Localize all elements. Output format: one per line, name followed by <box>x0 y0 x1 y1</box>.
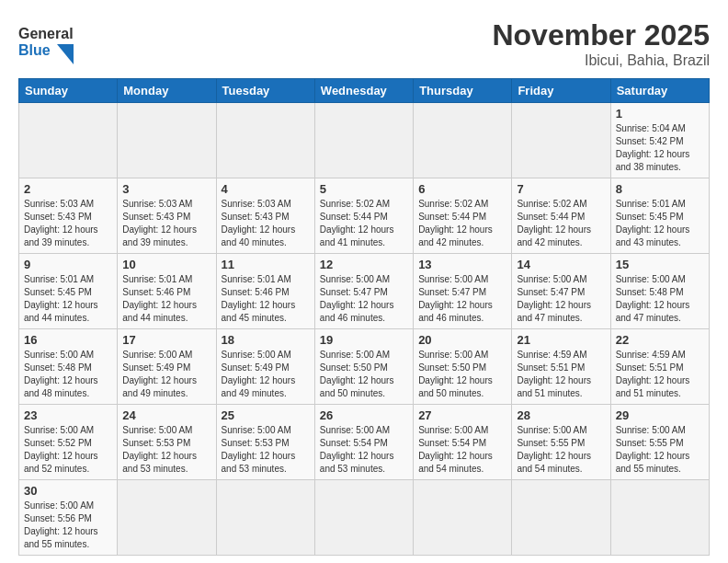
calendar-cell: 9Sunrise: 5:01 AM Sunset: 5:45 PM Daylig… <box>19 254 118 329</box>
calendar-cell <box>216 103 314 178</box>
day-info: Sunrise: 5:04 AM Sunset: 5:42 PM Dayligh… <box>616 122 704 174</box>
calendar-cell: 16Sunrise: 5:00 AM Sunset: 5:48 PM Dayli… <box>19 329 118 405</box>
day-number: 16 <box>24 333 112 347</box>
calendar-cell: 18Sunrise: 5:00 AM Sunset: 5:49 PM Dayli… <box>216 329 314 405</box>
day-info: Sunrise: 5:00 AM Sunset: 5:49 PM Dayligh… <box>222 349 310 400</box>
day-number: 27 <box>418 408 506 422</box>
day-number: 12 <box>320 258 408 271</box>
day-number: 23 <box>24 408 112 422</box>
day-number: 5 <box>320 182 408 196</box>
month-title: November 2025 <box>492 18 710 52</box>
calendar-cell: 21Sunrise: 4:59 AM Sunset: 5:51 PM Dayli… <box>512 329 610 405</box>
calendar-cell: 5Sunrise: 5:02 AM Sunset: 5:44 PM Daylig… <box>314 178 413 254</box>
day-number: 1 <box>616 107 704 121</box>
calendar-cell: 25Sunrise: 5:00 AM Sunset: 5:53 PM Dayli… <box>216 405 314 480</box>
day-number: 26 <box>320 408 408 422</box>
calendar-cell: 24Sunrise: 5:00 AM Sunset: 5:53 PM Dayli… <box>118 405 216 480</box>
day-number: 20 <box>418 333 506 347</box>
day-number: 2 <box>24 182 112 196</box>
day-number: 30 <box>24 484 112 498</box>
calendar-cell <box>512 480 610 556</box>
calendar-cell: 8Sunrise: 5:01 AM Sunset: 5:45 PM Daylig… <box>610 178 709 254</box>
calendar-cell: 3Sunrise: 5:03 AM Sunset: 5:43 PM Daylig… <box>118 178 216 254</box>
location: Ibicui, Bahia, Brazil <box>492 52 710 69</box>
day-number: 11 <box>222 258 310 271</box>
calendar-cell: 17Sunrise: 5:00 AM Sunset: 5:49 PM Dayli… <box>118 329 216 405</box>
day-info: Sunrise: 5:00 AM Sunset: 5:55 PM Dayligh… <box>616 424 704 476</box>
day-number: 19 <box>320 333 408 347</box>
day-number: 8 <box>616 182 704 196</box>
day-info: Sunrise: 5:00 AM Sunset: 5:54 PM Dayligh… <box>320 424 408 476</box>
weekday-header-friday: Friday <box>512 79 610 103</box>
day-info: Sunrise: 5:00 AM Sunset: 5:53 PM Dayligh… <box>122 424 210 476</box>
day-number: 10 <box>122 258 210 271</box>
calendar-cell: 2Sunrise: 5:03 AM Sunset: 5:43 PM Daylig… <box>19 178 118 254</box>
day-info: Sunrise: 5:00 AM Sunset: 5:50 PM Dayligh… <box>320 349 408 400</box>
day-number: 14 <box>517 258 605 271</box>
day-number: 3 <box>122 182 210 196</box>
day-number: 17 <box>122 333 210 347</box>
calendar-cell: 12Sunrise: 5:00 AM Sunset: 5:47 PM Dayli… <box>314 254 413 329</box>
svg-text:General: General <box>18 26 74 41</box>
calendar-cell: 15Sunrise: 5:00 AM Sunset: 5:48 PM Dayli… <box>610 254 709 329</box>
calendar-cell: 26Sunrise: 5:00 AM Sunset: 5:54 PM Dayli… <box>314 405 413 480</box>
day-info: Sunrise: 4:59 AM Sunset: 5:51 PM Dayligh… <box>517 349 605 400</box>
calendar-cell: 30Sunrise: 5:00 AM Sunset: 5:56 PM Dayli… <box>19 480 118 556</box>
day-info: Sunrise: 5:03 AM Sunset: 5:43 PM Dayligh… <box>24 198 112 249</box>
weekday-header-saturday: Saturday <box>610 79 709 103</box>
day-info: Sunrise: 5:00 AM Sunset: 5:54 PM Dayligh… <box>418 424 506 476</box>
day-number: 13 <box>418 258 506 271</box>
day-info: Sunrise: 5:00 AM Sunset: 5:47 PM Dayligh… <box>418 273 506 325</box>
day-info: Sunrise: 5:01 AM Sunset: 5:45 PM Dayligh… <box>24 273 112 325</box>
calendar-week-2: 2Sunrise: 5:03 AM Sunset: 5:43 PM Daylig… <box>19 178 710 254</box>
day-info: Sunrise: 5:01 AM Sunset: 5:45 PM Dayligh… <box>616 198 704 249</box>
logo: General Blue <box>18 18 83 69</box>
day-info: Sunrise: 5:01 AM Sunset: 5:46 PM Dayligh… <box>122 273 210 325</box>
day-number: 28 <box>517 408 605 422</box>
calendar-week-1: 1Sunrise: 5:04 AM Sunset: 5:42 PM Daylig… <box>19 103 710 178</box>
calendar-cell: 4Sunrise: 5:03 AM Sunset: 5:43 PM Daylig… <box>216 178 314 254</box>
day-info: Sunrise: 5:00 AM Sunset: 5:55 PM Dayligh… <box>517 424 605 476</box>
calendar-cell <box>314 480 413 556</box>
weekday-header-row: SundayMondayTuesdayWednesdayThursdayFrid… <box>19 79 710 103</box>
calendar-cell <box>216 480 314 556</box>
calendar-cell: 27Sunrise: 5:00 AM Sunset: 5:54 PM Dayli… <box>414 405 512 480</box>
day-number: 18 <box>222 333 310 347</box>
day-info: Sunrise: 5:00 AM Sunset: 5:48 PM Dayligh… <box>24 349 112 400</box>
calendar-cell <box>512 103 610 178</box>
day-number: 21 <box>517 333 605 347</box>
day-info: Sunrise: 5:03 AM Sunset: 5:43 PM Dayligh… <box>122 198 210 249</box>
calendar-cell <box>610 480 709 556</box>
day-info: Sunrise: 5:03 AM Sunset: 5:43 PM Dayligh… <box>222 198 310 249</box>
weekday-header-tuesday: Tuesday <box>216 79 314 103</box>
day-number: 29 <box>616 408 704 422</box>
calendar-cell: 14Sunrise: 5:00 AM Sunset: 5:47 PM Dayli… <box>512 254 610 329</box>
day-number: 24 <box>122 408 210 422</box>
day-number: 4 <box>222 182 310 196</box>
calendar-cell: 19Sunrise: 5:00 AM Sunset: 5:50 PM Dayli… <box>314 329 413 405</box>
calendar-cell: 23Sunrise: 5:00 AM Sunset: 5:52 PM Dayli… <box>19 405 118 480</box>
day-number: 15 <box>616 258 704 271</box>
svg-text:Blue: Blue <box>18 42 51 58</box>
calendar-cell: 6Sunrise: 5:02 AM Sunset: 5:44 PM Daylig… <box>414 178 512 254</box>
day-info: Sunrise: 5:02 AM Sunset: 5:44 PM Dayligh… <box>418 198 506 249</box>
calendar-cell <box>118 103 216 178</box>
day-info: Sunrise: 5:00 AM Sunset: 5:52 PM Dayligh… <box>24 424 112 476</box>
day-info: Sunrise: 5:02 AM Sunset: 5:44 PM Dayligh… <box>320 198 408 249</box>
day-number: 6 <box>418 182 506 196</box>
title-area: November 2025 Ibicui, Bahia, Brazil <box>492 18 710 69</box>
calendar-cell <box>414 480 512 556</box>
calendar-cell <box>118 480 216 556</box>
calendar-cell: 22Sunrise: 4:59 AM Sunset: 5:51 PM Dayli… <box>610 329 709 405</box>
calendar-week-5: 23Sunrise: 5:00 AM Sunset: 5:52 PM Dayli… <box>19 405 710 480</box>
weekday-header-sunday: Sunday <box>19 79 118 103</box>
day-info: Sunrise: 4:59 AM Sunset: 5:51 PM Dayligh… <box>616 349 704 400</box>
day-info: Sunrise: 5:00 AM Sunset: 5:47 PM Dayligh… <box>320 273 408 325</box>
day-info: Sunrise: 5:02 AM Sunset: 5:44 PM Dayligh… <box>517 198 605 249</box>
calendar-cell: 1Sunrise: 5:04 AM Sunset: 5:42 PM Daylig… <box>610 103 709 178</box>
calendar-cell <box>414 103 512 178</box>
day-info: Sunrise: 5:00 AM Sunset: 5:50 PM Dayligh… <box>418 349 506 400</box>
calendar-table: SundayMondayTuesdayWednesdayThursdayFrid… <box>18 78 710 556</box>
calendar-cell: 10Sunrise: 5:01 AM Sunset: 5:46 PM Dayli… <box>118 254 216 329</box>
weekday-header-monday: Monday <box>118 79 216 103</box>
